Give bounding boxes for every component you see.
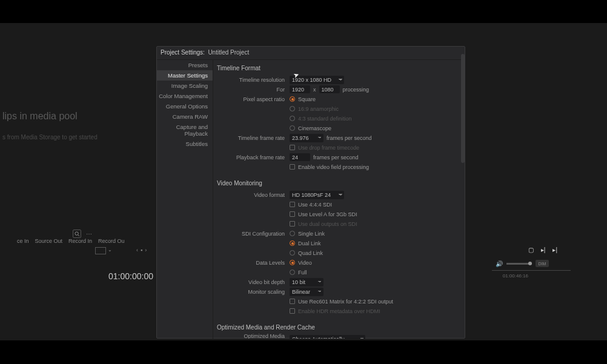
- dl-opt-video: Video: [298, 260, 312, 266]
- par-radio-43[interactable]: [290, 116, 295, 121]
- dual-out-chk[interactable]: [290, 221, 295, 227]
- par-opt-square: Square: [298, 96, 316, 102]
- evfp-chk[interactable]: [290, 164, 295, 170]
- evfp-label: Enable video field processing: [298, 164, 369, 170]
- menu-dots-icon[interactable]: ⋯: [85, 231, 93, 237]
- tfr-label: Timeline frame rate: [217, 135, 290, 141]
- dl-label: Data Levels: [217, 260, 290, 266]
- processing-label: processing: [343, 87, 370, 93]
- rec601-label: Use Rec601 Matrix for 4:2:2 SDI output: [298, 299, 393, 305]
- safe-area-icon[interactable]: ▢: [528, 247, 534, 253]
- volume-slider[interactable]: [506, 263, 532, 265]
- 444-chk[interactable]: [290, 202, 295, 207]
- prev-clip-icon[interactable]: ‹: [136, 247, 138, 253]
- levela-chk[interactable]: [290, 211, 295, 217]
- sidebar-item-general[interactable]: General Options: [157, 101, 213, 111]
- timeline-res-label: Timeline resolution: [217, 77, 290, 83]
- svg-line-1: [78, 234, 79, 236]
- scrollbar[interactable]: [461, 54, 465, 163]
- media-pool-hint: lips in media pool: [2, 111, 78, 122]
- dl-opt-full: Full: [298, 270, 307, 276]
- search-icon[interactable]: [73, 230, 81, 238]
- omr-select[interactable]: Choose Automatically: [290, 335, 365, 339]
- speaker-icon[interactable]: 🔊: [496, 260, 503, 267]
- ms-select[interactable]: Bilinear: [290, 288, 323, 296]
- tfr-suffix: frames per second: [327, 135, 372, 141]
- pfr-suffix: frames per second: [313, 154, 359, 160]
- section-video-monitoring: Video Monitoring: [217, 177, 459, 190]
- pfr-input[interactable]: [290, 153, 310, 161]
- marker-labels: ce In Source Out Record In Record Ou: [17, 238, 125, 244]
- record-in-label: Record In: [68, 238, 92, 244]
- sidebar-item-subtitles[interactable]: Subtitles: [157, 139, 213, 149]
- par-opt-cinema: Cinemascope: [298, 125, 331, 131]
- sidebar-item-master[interactable]: Master Settings: [157, 70, 213, 81]
- sdi-radio-single[interactable]: [290, 231, 295, 236]
- par-radio-169[interactable]: [290, 106, 295, 111]
- drop-frame-chk[interactable]: [290, 145, 295, 150]
- next-clip-icon[interactable]: ›: [145, 247, 147, 253]
- hdr-label: Enable HDR metadata over HDMI: [298, 308, 380, 314]
- timecode-display: 01:00:00:00: [108, 271, 153, 281]
- levela-label: Use Level A for 3Gb SDI: [298, 211, 357, 217]
- timeline-ruler[interactable]: [492, 270, 571, 271]
- vf-select[interactable]: HD 1080PsF 24: [290, 191, 344, 199]
- ms-label: Monitor scaling: [217, 289, 290, 295]
- source-out-label: Source Out: [35, 238, 63, 244]
- timeline-res-select[interactable]: 1920 x 1080 HD: [290, 76, 344, 84]
- pfr-label: Playback frame rate: [217, 154, 290, 160]
- sdi-radio-dual[interactable]: [290, 240, 295, 246]
- sdi-radio-quad[interactable]: [290, 250, 295, 256]
- sdi-opt-quad: Quad Link: [298, 250, 323, 256]
- dialog-title: Project Settings: Untitled Project: [157, 47, 465, 60]
- dim-button[interactable]: DIM: [536, 260, 549, 267]
- record-out-label: Record Ou: [98, 238, 125, 244]
- dialog-title-prefix: Project Settings:: [161, 49, 205, 56]
- par-opt-43: 4:3 standard definition: [298, 116, 352, 122]
- vbd-select[interactable]: 10 bit: [290, 278, 323, 286]
- settings-sidebar: Presets Master Settings Image Scaling Co…: [157, 60, 213, 339]
- par-label: Pixel aspect ratio: [217, 96, 290, 102]
- rec601-chk[interactable]: [290, 299, 295, 304]
- sidebar-item-color-mgmt[interactable]: Color Management: [157, 91, 213, 101]
- media-pool-sub: s from Media Storage to get started: [2, 134, 98, 141]
- overlay-mode-icon[interactable]: [95, 247, 106, 254]
- last-frame-icon[interactable]: ▸|: [552, 247, 557, 253]
- sidebar-item-camera-raw[interactable]: Camera RAW: [157, 111, 213, 122]
- vbd-label: Video bit depth: [217, 279, 290, 285]
- x-separator: x: [313, 87, 316, 93]
- project-settings-dialog: Project Settings: Untitled Project Prese…: [156, 46, 465, 339]
- hdr-chk[interactable]: [290, 308, 295, 314]
- par-opt-169: 16:9 anamorphic: [298, 106, 339, 112]
- dual-out-label: Use dual outputs on SDI: [298, 221, 357, 227]
- svg-point-0: [75, 231, 78, 234]
- for-label: For: [217, 87, 290, 93]
- sidebar-item-image-scaling[interactable]: Image Scaling: [157, 81, 213, 91]
- current-clip-icon: ▪: [141, 247, 142, 253]
- 444-label: Use 4:4:4 SDI: [298, 202, 332, 208]
- section-timeline-format: Timeline Format: [217, 62, 459, 75]
- ruler-timecode: 01:00:46:16: [503, 273, 528, 279]
- width-input[interactable]: [290, 85, 310, 93]
- viewer-controls: ▢ ▸| ▸|: [528, 247, 557, 253]
- vf-label: Video format: [217, 192, 290, 198]
- par-radio-cinema[interactable]: [290, 125, 295, 131]
- tfr-select[interactable]: 23.976: [290, 134, 323, 142]
- volume-control: 🔊 DIM: [496, 260, 549, 267]
- source-in-label: ce In: [17, 238, 29, 244]
- sdi-label: SDI Configuration: [217, 231, 290, 237]
- nav-arrows: ‹ ▪ ›: [136, 247, 147, 253]
- omr-label: Optimized Media Resolution: [217, 333, 290, 339]
- sidebar-item-presets[interactable]: Presets: [157, 60, 213, 70]
- next-frame-icon[interactable]: ▸|: [541, 247, 546, 253]
- sdi-opt-dual: Dual Link: [298, 240, 321, 247]
- par-radio-square[interactable]: [290, 96, 295, 102]
- overlay-mode-chevron[interactable]: ⌄: [108, 247, 112, 253]
- drop-frame-label: Use drop frame timecode: [298, 145, 359, 151]
- height-input[interactable]: [319, 85, 340, 93]
- sdi-opt-single: Single Link: [298, 231, 325, 237]
- dl-radio-full[interactable]: [290, 270, 295, 275]
- project-name: Untitled Project: [208, 49, 249, 56]
- dl-radio-video[interactable]: [290, 260, 295, 265]
- sidebar-item-capture[interactable]: Capture and Playback: [157, 122, 213, 139]
